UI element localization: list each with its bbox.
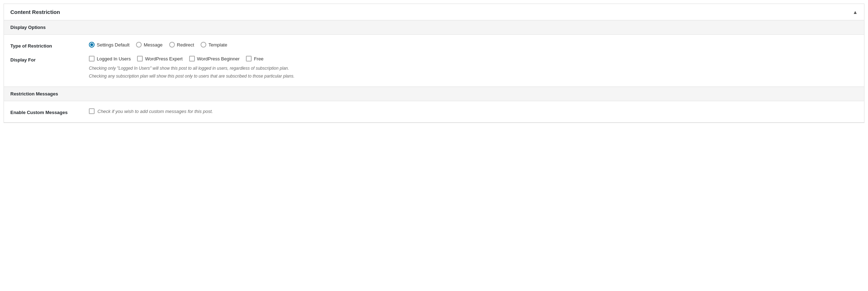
- radio-template[interactable]: [201, 42, 206, 48]
- display-for-label: Display For: [10, 56, 89, 63]
- checkbox-enable-custom-messages[interactable]: [89, 108, 95, 114]
- radio-option-template[interactable]: Template: [201, 42, 227, 48]
- type-of-restriction-control: Settings Default Message Redirect Templa…: [89, 42, 858, 48]
- display-for-checkboxes: Logged In Users WordPress Expert WordPre…: [89, 56, 858, 61]
- enable-custom-messages-label: Enable Custom Messages: [10, 108, 89, 115]
- checkbox-free[interactable]: [246, 56, 252, 61]
- checkbox-logged-in-users[interactable]: [89, 56, 95, 61]
- checkbox-label-free: Free: [254, 56, 263, 61]
- radio-option-settings-default[interactable]: Settings Default: [89, 42, 130, 48]
- radio-option-message[interactable]: Message: [136, 42, 163, 48]
- enable-custom-messages-row: Enable Custom Messages Check if you wish…: [10, 108, 858, 115]
- type-of-restriction-label: Type of Restriction: [10, 42, 89, 49]
- checkbox-label-wordpress-beginner: WordPress Beginner: [197, 56, 240, 61]
- checkbox-option-free[interactable]: Free: [246, 56, 263, 61]
- panel-title: Content Restriction: [10, 9, 60, 15]
- radio-redirect[interactable]: [169, 42, 175, 48]
- radio-label-message: Message: [144, 42, 163, 48]
- content-restriction-panel: Content Restriction ▲ Display Options Ty…: [4, 4, 864, 123]
- display-options-header: Display Options: [4, 20, 864, 35]
- checkbox-wordpress-beginner[interactable]: [189, 56, 195, 61]
- type-of-restriction-row: Type of Restriction Settings Default Mes…: [10, 42, 858, 49]
- checkbox-wordpress-expert[interactable]: [137, 56, 143, 61]
- enable-custom-messages-control: Check if you wish to add custom messages…: [89, 108, 858, 114]
- radio-settings-default[interactable]: [89, 42, 95, 48]
- checkbox-option-logged-in-users[interactable]: Logged In Users: [89, 56, 131, 61]
- display-options-content: Type of Restriction Settings Default Mes…: [4, 35, 864, 87]
- type-of-restriction-group: Settings Default Message Redirect Templa…: [89, 42, 858, 48]
- display-for-row: Display For Logged In Users WordPress Ex…: [10, 56, 858, 79]
- display-for-help-line-2: Checking any subscription plan will show…: [89, 73, 858, 79]
- checkbox-option-wordpress-beginner[interactable]: WordPress Beginner: [189, 56, 240, 61]
- radio-message[interactable]: [136, 42, 142, 48]
- checkbox-label-logged-in-users: Logged In Users: [97, 56, 131, 61]
- radio-label-template: Template: [208, 42, 227, 48]
- collapse-icon[interactable]: ▲: [853, 9, 858, 15]
- restriction-messages-header: Restriction Messages: [4, 87, 864, 101]
- enable-custom-row: Check if you wish to add custom messages…: [89, 108, 858, 114]
- restriction-messages-content: Enable Custom Messages Check if you wish…: [4, 101, 864, 123]
- radio-label-redirect: Redirect: [177, 42, 194, 48]
- display-for-help-line-1: Checking only "Logged In Users" will sho…: [89, 65, 858, 71]
- checkbox-option-wordpress-expert[interactable]: WordPress Expert: [137, 56, 182, 61]
- enable-custom-messages-help: Check if you wish to add custom messages…: [97, 109, 213, 114]
- panel-header: Content Restriction ▲: [4, 4, 864, 20]
- radio-option-redirect[interactable]: Redirect: [169, 42, 194, 48]
- display-for-control: Logged In Users WordPress Expert WordPre…: [89, 56, 858, 79]
- checkbox-label-wordpress-expert: WordPress Expert: [145, 56, 182, 61]
- radio-label-settings-default: Settings Default: [97, 42, 130, 48]
